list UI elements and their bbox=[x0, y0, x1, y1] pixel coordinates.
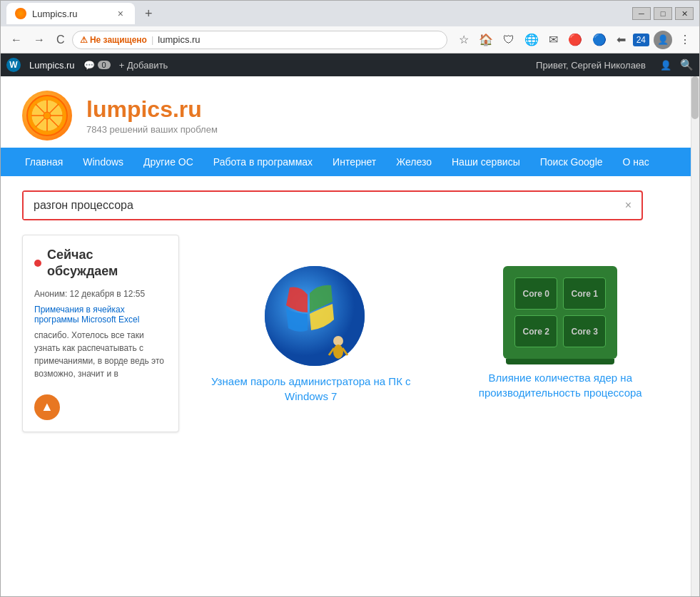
tab-favicon bbox=[15, 8, 26, 19]
scrollbar-thumb[interactable] bbox=[691, 76, 699, 119]
extension-icon2[interactable]: 🛡 bbox=[500, 32, 517, 48]
address-separator: | bbox=[151, 34, 153, 45]
wp-logo[interactable]: W bbox=[6, 58, 21, 72]
cpu-core-2: Core 2 bbox=[514, 315, 557, 347]
address-text: lumpics.ru bbox=[158, 34, 200, 45]
nav-item-google[interactable]: Поиск Google bbox=[530, 148, 613, 176]
cpu-core-3: Core 3 bbox=[563, 315, 606, 347]
svg-point-9 bbox=[333, 336, 343, 346]
discuss-title-text: Сейчас обсуждаем bbox=[47, 247, 167, 280]
cpu-image: Core 0 Core 1 Core 2 Core 3 bbox=[503, 266, 617, 359]
card-discuss: Сейчас обсуждаем Аноним: 12 декабря в 12… bbox=[22, 235, 179, 432]
user-avatar-icon[interactable]: 👤 bbox=[654, 31, 672, 49]
card-windows[interactable]: Узнаем пароль администратора на ПК с Win… bbox=[193, 235, 429, 432]
site-tagline: 7843 решений ваших проблем bbox=[86, 124, 218, 135]
refresh-button[interactable]: C bbox=[52, 31, 69, 49]
scrollbar-track[interactable] bbox=[691, 76, 699, 596]
site-header: lumpics.ru 7843 решений ваших проблем bbox=[1, 76, 699, 148]
comments-count: 0 bbox=[98, 61, 111, 69]
browser-icons: ☆ 🏠 🛡 🌐 ✉ 🔴 🔵 ⬅ 24 👤 ⋮ bbox=[456, 31, 694, 49]
nav-item-home[interactable]: Главная bbox=[15, 148, 73, 176]
minimize-button[interactable]: ─ bbox=[632, 7, 651, 20]
discuss-title: Сейчас обсуждаем bbox=[34, 247, 167, 280]
maximize-button[interactable]: □ bbox=[654, 7, 672, 20]
extension-icon7[interactable]: ⬅ bbox=[614, 31, 629, 48]
discuss-text: спасибо. Хотелось все таки узнать как ра… bbox=[34, 329, 167, 380]
new-tab-button[interactable]: + bbox=[139, 4, 158, 24]
cards-section: Сейчас обсуждаем Аноним: 12 декабря в 12… bbox=[1, 228, 699, 439]
discuss-avatar-area: ▲ bbox=[34, 389, 167, 420]
discuss-link[interactable]: Примечания в ячейках программы Microsoft… bbox=[34, 305, 167, 325]
nav-item-about[interactable]: О нас bbox=[613, 148, 659, 176]
nav-item-other-os[interactable]: Другие ОС bbox=[133, 148, 203, 176]
nav-item-hardware[interactable]: Железо bbox=[386, 148, 442, 176]
nav-item-services[interactable]: Наши сервисы bbox=[442, 148, 530, 176]
window-controls: ─ □ ✕ bbox=[632, 7, 694, 20]
wp-toolbar: W Lumpics.ru 💬 0 + Добавить Привет, Серг… bbox=[1, 53, 699, 76]
comments-icon: 💬 bbox=[83, 60, 95, 71]
forward-button[interactable]: → bbox=[29, 31, 49, 49]
logo-image bbox=[26, 94, 69, 137]
cpu-board: Core 0 Core 1 Core 2 Core 3 bbox=[503, 266, 617, 359]
add-label: + Добавить bbox=[119, 60, 168, 71]
active-tab[interactable]: Lumpics.ru × bbox=[6, 3, 135, 24]
card-cpu-title: Влияние количества ядер на производитель… bbox=[443, 370, 679, 400]
bookmark-icon[interactable]: ☆ bbox=[456, 31, 472, 48]
extension-icon4[interactable]: ✉ bbox=[546, 31, 561, 48]
search-input[interactable] bbox=[24, 192, 615, 219]
main-nav: Главная Windows Другие ОС Работа в прогр… bbox=[1, 148, 699, 176]
nav-item-windows[interactable]: Windows bbox=[73, 148, 133, 176]
back-button[interactable]: ← bbox=[6, 31, 26, 49]
extension-icon3[interactable]: 🌐 bbox=[522, 31, 542, 48]
discuss-link-text: Примечания в ячейках программы Microsoft… bbox=[34, 305, 139, 325]
extension-icon1[interactable]: 🏠 bbox=[476, 31, 496, 48]
windows-logo bbox=[261, 262, 361, 362]
windows-logo-svg bbox=[261, 262, 368, 369]
nav-bar: ← → C ⚠ Не защищено | lumpics.ru ☆ 🏠 🛡 🌐… bbox=[1, 26, 699, 53]
wp-search-icon[interactable]: 🔍 bbox=[680, 58, 694, 71]
content-area: lumpics.ru 7843 решений ваших проблем Гл… bbox=[1, 76, 699, 596]
wp-greeting: Привет, Сергей Николаев bbox=[536, 60, 646, 71]
wp-add-button[interactable]: + Добавить bbox=[119, 60, 168, 71]
extension-icon5[interactable]: 🔴 bbox=[565, 31, 585, 48]
cpu-core-0: Core 0 bbox=[514, 277, 557, 310]
svg-point-10 bbox=[333, 345, 343, 359]
site-brand: lumpics.ru 7843 решений ваших проблем bbox=[86, 96, 218, 135]
search-section: × bbox=[1, 176, 699, 228]
tab-title: Lumpics.ru bbox=[32, 9, 78, 19]
extension-icon8[interactable]: 24 bbox=[633, 34, 649, 46]
close-button[interactable]: ✕ bbox=[675, 7, 694, 20]
security-warning: ⚠ Не защищено bbox=[80, 35, 147, 45]
discuss-meta-text: Аноним: 12 декабря в 12:55 bbox=[34, 289, 145, 299]
svg-point-6 bbox=[44, 112, 51, 119]
menu-icon[interactable]: ⋮ bbox=[676, 31, 694, 48]
discuss-avatar: ▲ bbox=[34, 394, 60, 420]
extension-icon6[interactable]: 🔵 bbox=[589, 31, 609, 48]
wp-site-link[interactable]: Lumpics.ru bbox=[29, 60, 75, 71]
card-windows-title: Узнаем пароль администратора на ПК с Win… bbox=[193, 374, 429, 404]
wp-user-icon[interactable]: 👤 bbox=[660, 60, 671, 71]
search-wrapper: × bbox=[22, 190, 643, 220]
red-dot-icon bbox=[34, 260, 41, 267]
wp-site-name: Lumpics.ru bbox=[29, 60, 75, 71]
card-cpu[interactable]: Core 0 Core 1 Core 2 Core 3 Влияние коли… bbox=[443, 235, 679, 432]
nav-item-programs[interactable]: Работа в программах bbox=[203, 148, 323, 176]
wp-comments[interactable]: 💬 0 bbox=[83, 60, 111, 71]
title-bar: Lumpics.ru × + ─ □ ✕ bbox=[1, 1, 699, 26]
site-name: lumpics.ru bbox=[86, 96, 218, 123]
address-bar[interactable]: ⚠ Не защищено | lumpics.ru bbox=[72, 31, 447, 49]
browser-frame: Lumpics.ru × + ─ □ ✕ ← → C ⚠ Не защищено… bbox=[0, 0, 700, 597]
tab-close-button[interactable]: × bbox=[115, 6, 126, 21]
cpu-core-1: Core 1 bbox=[563, 277, 606, 310]
discuss-meta: Аноним: 12 декабря в 12:55 bbox=[34, 289, 167, 299]
nav-item-internet[interactable]: Интернет bbox=[323, 148, 386, 176]
site-logo bbox=[22, 91, 72, 141]
search-clear-button[interactable]: × bbox=[615, 193, 641, 218]
